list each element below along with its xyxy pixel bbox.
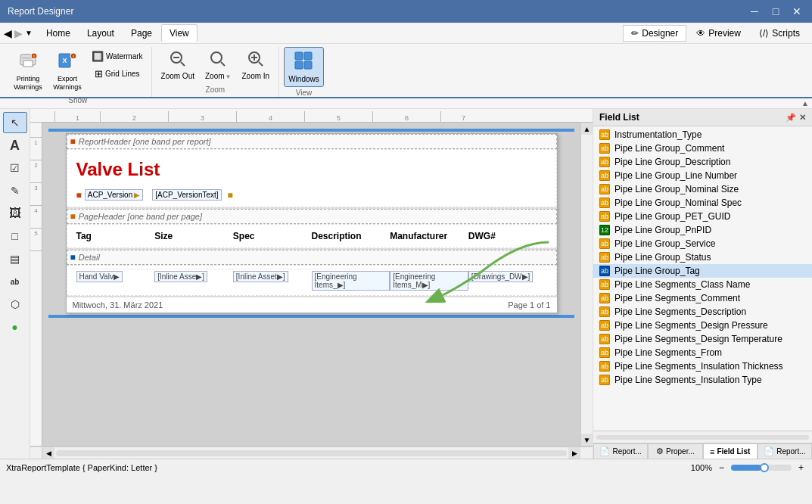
menu-page[interactable]: Page <box>123 25 160 42</box>
fl-tab-report2[interactable]: 📄 Report... <box>758 443 812 459</box>
field-item-13[interactable]: ab Pipe Line Segments_Description <box>593 305 812 319</box>
menu-layout[interactable]: Layout <box>79 25 122 42</box>
minimize-button[interactable]: ─ <box>747 4 762 19</box>
close-button[interactable]: ✕ <box>789 4 804 19</box>
field-type-icon: ab <box>599 375 610 385</box>
table-tool[interactable]: ▤ <box>3 248 27 269</box>
scroll-left-button[interactable]: ◀ <box>42 447 54 459</box>
close-panel-icon[interactable]: ✕ <box>799 113 806 123</box>
field-item-9[interactable]: ab Pipe Line Group_Status <box>593 250 812 264</box>
zoom-slider[interactable] <box>731 465 792 471</box>
field-item-3[interactable]: ab Pipe Line Group_Line Number <box>593 169 812 182</box>
scroll-up-button[interactable]: ▲ <box>581 123 593 135</box>
field-type-icon: ab <box>599 184 610 194</box>
menu-home[interactable]: Home <box>39 25 78 42</box>
fl-tab-report1[interactable]: 📄 Report... <box>593 443 648 459</box>
printing-warnings-icon: ! <box>17 50 39 73</box>
scroll-track[interactable] <box>581 135 593 434</box>
hscroll-track[interactable] <box>56 450 567 456</box>
detail-field-2[interactable]: [Inline Asset▶] <box>233 271 288 282</box>
windows-label: Windows <box>288 75 319 84</box>
field-item-16[interactable]: ab Pipe Line Segments_From <box>593 346 812 359</box>
field-item-2[interactable]: ab Pipe Line Group_Description <box>593 155 812 169</box>
forward-button[interactable]: ▶ <box>14 27 23 39</box>
field-item-12[interactable]: ab Pipe Line Segments_Comment <box>593 291 812 305</box>
undo-dropdown[interactable]: ▼ <box>25 29 33 37</box>
zoom-out-icon <box>169 50 187 70</box>
scroll-right-button[interactable]: ▶ <box>568 447 580 459</box>
gridlines-button[interactable]: ⊞ Grid Lines <box>88 66 147 82</box>
field-item-4[interactable]: ab Pipe Line Group_Nominal Size <box>593 182 812 196</box>
collapse-icon: ▲ <box>801 99 809 107</box>
show-group-label: Show <box>68 96 87 104</box>
horizontal-scrollbar[interactable]: ◀ ▶ <box>42 446 580 459</box>
version-field-value[interactable]: [ACP_VersionText] <box>152 189 221 201</box>
text-tool[interactable]: A <box>3 135 27 156</box>
zoom-button[interactable]: Zoom ▼ <box>201 47 235 84</box>
canvas-bottom: ◀ ▶ <box>30 446 593 459</box>
zoom-group-label: Zoom <box>206 86 226 94</box>
field-item-7[interactable]: 12 Pipe Line Group_PnPID <box>593 223 812 237</box>
zoom-slider-thumb[interactable] <box>760 463 769 472</box>
field-list-header-buttons: 📌 ✕ <box>786 113 806 123</box>
field-item-0[interactable]: ab Instrumentation_Type <box>593 128 812 142</box>
zoom-out-button[interactable]: Zoom Out <box>157 47 199 84</box>
zoom-minus-button[interactable]: − <box>717 462 726 473</box>
field-item-17[interactable]: ab Pipe Line Segments_Insulation Thickne… <box>593 359 812 373</box>
detail-field-3[interactable]: [Engineering Items_▶] <box>312 271 390 291</box>
edit-tool[interactable]: ✎ <box>3 180 27 201</box>
field-item-14[interactable]: ab Pipe Line Segments_Design Pressure <box>593 319 812 332</box>
menu-view[interactable]: View <box>161 24 198 42</box>
svg-rect-19 <box>304 52 312 60</box>
detail-field-0[interactable]: Hand Valv▶ <box>76 271 123 282</box>
field-type-icon: ab <box>599 252 610 263</box>
canvas-scroll-container: 1 2 3 4 5 ■ ReportHeader [one band per r… <box>30 123 593 446</box>
fl-tab-proper[interactable]: ⚙ Proper... <box>648 443 702 459</box>
field-item-6[interactable]: ab Pipe Line Group_PET_GUID <box>593 210 812 223</box>
version-field-label[interactable]: ACP_Version ▶ <box>85 189 143 201</box>
printing-warnings-button[interactable]: ! PrintingWarnings <box>9 47 47 95</box>
page-marker <box>48 129 574 132</box>
zoom-in-button[interactable]: Zoom In <box>237 47 274 84</box>
vertical-scrollbar[interactable]: ▲ ▼ <box>580 123 593 446</box>
image-tool[interactable]: 🖼 <box>3 203 27 224</box>
fl-tab-fieldlist[interactable]: ≡ Field List <box>703 443 758 459</box>
green-arrow <box>405 235 556 303</box>
detail-field-1[interactable]: [Inline Asse▶] <box>154 271 207 282</box>
designer-button[interactable]: ✏ Designer <box>623 25 686 42</box>
field-type-icon: ab <box>599 143 610 154</box>
scripts-button[interactable]: ⟨/⟩ Scripts <box>751 25 808 42</box>
ribbon-collapse-bar[interactable]: ▲ <box>0 98 812 109</box>
field-item-10[interactable]: ab Pipe Line Group_Tag <box>593 264 812 278</box>
fl-hscroll-track[interactable] <box>596 435 809 440</box>
rect-tool[interactable]: □ <box>3 226 27 247</box>
maximize-button[interactable]: □ <box>768 4 783 19</box>
windows-button[interactable]: Windows <box>284 47 324 87</box>
connector-tool[interactable]: ⬡ <box>3 294 27 315</box>
field-item-8[interactable]: ab Pipe Line Group_Service <box>593 237 812 250</box>
col-spec: Spec <box>233 231 312 241</box>
report-canvas: ■ ReportHeader [one band per report] Val… <box>42 123 580 446</box>
field-item-1[interactable]: ab Pipe Line Group_Comment <box>593 142 812 155</box>
pin-icon[interactable]: 📌 <box>786 113 796 123</box>
field-list-panel: Field List 📌 ✕ ab Instrumentation_Type a… <box>593 109 812 459</box>
back-button[interactable]: ◀ <box>4 27 12 39</box>
field-item-18[interactable]: ab Pipe Line Segments_Insulation Type <box>593 373 812 387</box>
fl-tab-icon-2: ≡ <box>710 447 714 456</box>
field-item-5[interactable]: ab Pipe Line Group_Nominal Spec <box>593 196 812 210</box>
report-title: Valve List <box>70 153 553 186</box>
select-tool[interactable]: ↖ <box>3 112 27 133</box>
circle-tool[interactable]: ● <box>3 316 27 338</box>
field-item-11[interactable]: ab Pipe Line Segments_Class Name <box>593 278 812 291</box>
export-warnings-button[interactable]: X ! ExportWarnings <box>48 47 86 95</box>
checkbox-tool[interactable]: ☑ <box>3 157 27 179</box>
scroll-down-button[interactable]: ▼ <box>581 434 593 446</box>
field-list-hscroll <box>593 431 812 443</box>
zoom-plus-button[interactable]: + <box>796 462 806 473</box>
detail-col-0: Hand Valv▶ <box>76 271 155 291</box>
field-item-15[interactable]: ab Pipe Line Segments_Design Temperature <box>593 332 812 346</box>
preview-button[interactable]: 👁 Preview <box>688 25 749 42</box>
col-tag: Tag <box>76 231 155 241</box>
watermark-button[interactable]: 🔲 Watermark <box>88 48 147 64</box>
ab-field-tool[interactable]: ab <box>3 271 27 292</box>
